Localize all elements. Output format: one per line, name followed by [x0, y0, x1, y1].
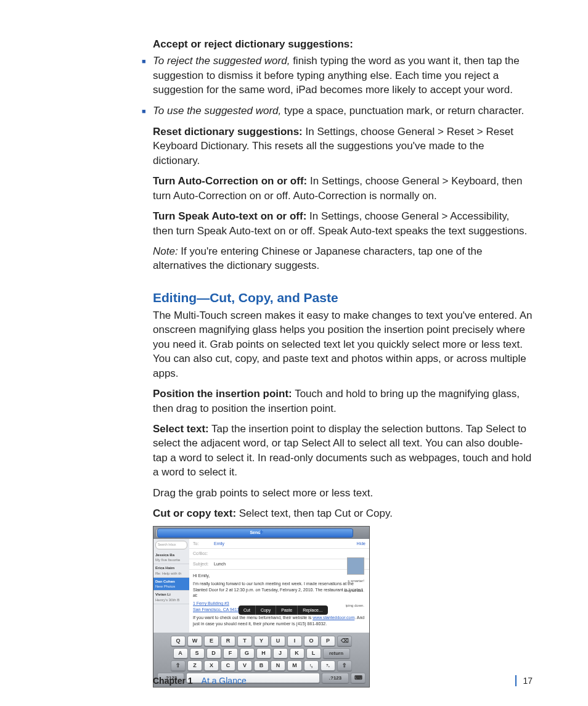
keyboard-key[interactable]: A — [173, 648, 188, 659]
para-reset: Reset dictionary suggestions: In Setting… — [153, 125, 533, 168]
greeting: Hi Emily, — [193, 573, 365, 578]
compose-body[interactable]: Hi Emily, I'm really looking forward to … — [189, 570, 369, 630]
run-bold: Reset dictionary suggestions: — [153, 126, 303, 138]
keyboard-key[interactable]: L — [306, 648, 321, 659]
list-item[interactable]: Erica HaimRe: Help with th — [153, 564, 189, 578]
address-line2[interactable]: San Francisco, CA 94111 — [193, 607, 242, 612]
para-select: Select text: Tap the insertion point to … — [153, 422, 533, 480]
keyboard-key[interactable]: E — [204, 636, 219, 646]
ipad-screenshot: Mailboxes Cancel Lunch Send + Search Inb… — [153, 526, 370, 688]
run-bold: Cut or copy text: — [153, 507, 236, 519]
para-cutcopy: Cut or copy text: Select text, then tap … — [153, 506, 533, 520]
section-title-editing: Editing—Cut, Copy, and Paste — [153, 289, 533, 307]
keyboard-key[interactable]: H — [256, 648, 271, 659]
keyboard-key[interactable]: O — [304, 636, 319, 646]
bullet-rest: type a space, punctuation mark, or retur… — [281, 105, 524, 117]
peek-text: iping down. — [346, 603, 364, 608]
keyboard-key[interactable]: U — [271, 636, 285, 646]
keyboard-key[interactable]: I — [287, 636, 302, 646]
note-label: Note: — [153, 245, 178, 257]
para-note: Note: If you're entering Chinese or Japa… — [153, 244, 533, 273]
compose-pane: To: Emily Hide Cc/Bcc: Subject: Lunch Hi… — [189, 539, 369, 633]
keyboard-key[interactable]: X — [204, 660, 219, 671]
para-autocorrect: Turn Auto-Correction on or off: In Setti… — [153, 174, 533, 203]
keyboard-key[interactable]: B — [254, 660, 269, 671]
run-text: Select text, then tap Cut or Copy. — [236, 507, 393, 519]
keyboard-key[interactable]: Y — [254, 636, 269, 646]
bullet-reject: ■ To reject the suggested word, finish t… — [153, 54, 533, 97]
keyboard-key[interactable]: C — [221, 660, 235, 671]
list-item[interactable]: Jessica BaMy five favorite — [153, 551, 189, 565]
keyboard-key[interactable]: J — [273, 648, 288, 659]
keyboard-key[interactable]: P — [321, 636, 335, 646]
body-content: Accept or reject dictionary suggestions:… — [153, 37, 533, 688]
keyboard-key[interactable]: M — [287, 660, 302, 671]
list-item[interactable]: Dan CohenNew Photos — [153, 578, 189, 591]
ccbcc-label: Cc/Bcc: — [193, 551, 214, 557]
paste-button[interactable]: Paste — [276, 605, 298, 615]
body-line1: I'm really looking forward to our lunch … — [193, 581, 365, 598]
keyboard-key[interactable]: V — [237, 660, 252, 671]
keyboard-key[interactable]: ?. — [321, 660, 335, 671]
keyboard-key[interactable]: N — [271, 660, 285, 671]
peek-text: king as well. — [344, 588, 364, 593]
chapter-label: Chapter 1 — [153, 676, 193, 686]
keyboard-key[interactable]: T — [237, 636, 252, 646]
bullet-icon: ■ — [142, 104, 153, 118]
keyboard-key[interactable]: Q — [171, 636, 186, 646]
heading-accept-reject: Accept or reject dictionary suggestions: — [153, 37, 533, 51]
keyboard-key[interactable]: R — [221, 636, 235, 646]
keyboard-key[interactable]: W — [187, 636, 202, 646]
keyboard-key[interactable]: return — [323, 648, 350, 659]
to-row[interactable]: To: Emily Hide — [189, 539, 369, 549]
run-text: If you're entering Chinese or Japanese c… — [153, 245, 482, 271]
peek-text: s smarter! — [348, 578, 364, 583]
bullet-use: ■ To use the suggested word, type a spac… — [153, 104, 533, 118]
run-bold: Turn Auto-Correction on or off: — [153, 175, 307, 187]
list-item[interactable]: Vivian LiHenry's 30th B — [153, 591, 189, 604]
bullet-text: To reject the suggested word, finish typ… — [153, 54, 533, 97]
keyboard-key[interactable]: ⌫ — [337, 636, 352, 646]
run-bold: Turn Speak Auto-text on or off: — [153, 210, 306, 222]
bullet-lead: To use the suggested word, — [153, 105, 281, 117]
bullet-text: To use the suggested word, type a space,… — [153, 104, 524, 118]
chapter-title: At a Glance — [202, 676, 247, 686]
to-label: To: — [193, 541, 214, 547]
keyboard-key[interactable]: G — [240, 648, 255, 659]
body-line2: If you want to check out the menu before… — [193, 615, 365, 626]
add-recipient-icon[interactable]: + — [157, 528, 365, 536]
bullet-lead: To reject the suggested word, — [153, 55, 290, 67]
keyboard-key[interactable]: F — [223, 648, 238, 659]
document-page: Accept or reject dictionary suggestions:… — [0, 0, 588, 706]
edit-menu: Cut Copy Paste Replace… — [239, 605, 328, 615]
avatar — [347, 557, 364, 575]
page-footer: Chapter 1 At a Glance 17 — [153, 675, 533, 686]
subject-row[interactable]: Subject: Lunch — [189, 559, 369, 570]
para-drag-grab: Drag the grab points to select more or l… — [153, 486, 533, 500]
to-value: Emily — [214, 541, 224, 547]
search-input[interactable]: Search Inbox — [155, 541, 187, 549]
keyboard-key[interactable]: Z — [187, 660, 202, 671]
footer-divider — [515, 675, 517, 686]
keyboard-key[interactable]: !, — [304, 660, 319, 671]
replace-button[interactable]: Replace… — [298, 605, 328, 615]
para-position: Position the insertion point: Touch and … — [153, 387, 533, 416]
mail-sidebar: Search Inbox Jessica BaMy five favoriteE… — [153, 539, 190, 633]
cut-button[interactable]: Cut — [239, 605, 256, 615]
hide-button[interactable]: Hide — [357, 541, 365, 547]
keyboard-key[interactable]: D — [206, 648, 221, 659]
run-bold: Position the insertion point: — [153, 388, 292, 400]
address-line1[interactable]: 1 Ferry Building #3 — [193, 601, 229, 605]
keyboard-key[interactable]: ⇧ — [171, 660, 186, 671]
subject-label: Subject: — [193, 561, 214, 567]
keyboard-key[interactable]: K — [290, 648, 304, 659]
keyboard-key[interactable]: S — [190, 648, 205, 659]
copy-button[interactable]: Copy — [256, 605, 276, 615]
website-link[interactable]: www.slanteddoor.com — [312, 615, 354, 620]
page-number: 17 — [523, 676, 533, 686]
para-edit-intro: The Multi-Touch screen makes it easy to … — [153, 308, 533, 380]
ccbcc-row[interactable]: Cc/Bcc: — [189, 549, 369, 559]
run-bold: Select text: — [153, 423, 209, 435]
keyboard-key[interactable]: ⇧ — [337, 660, 352, 671]
bullet-icon: ■ — [142, 54, 153, 68]
